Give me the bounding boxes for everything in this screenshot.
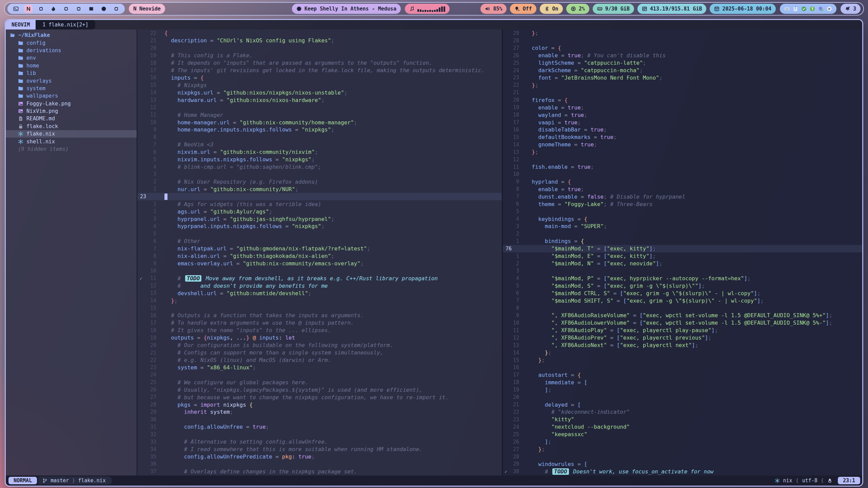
code-line[interactable]: 8 [503,304,862,312]
code-line[interactable]: 16 inputs = { [137,74,502,82]
code-line[interactable]: 19 outputs = {nixpkgs, ...} @ inputs: le… [137,334,502,342]
code-line[interactable]: 15 defaultBookmarks = true; [503,134,862,141]
code-line[interactable]: 1 bindings = { [503,238,862,245]
tray-key-icon[interactable] [810,6,815,12]
code-line[interactable]: 22{ [137,29,502,37]
code-line[interactable]: 2 "$mainMod, N" = ["exec, neovide"]; [503,260,862,267]
code-line[interactable]: 25 lightScheme = "catppuccin-latte"; [503,59,862,67]
workspace-1-terminal[interactable] [12,5,20,13]
code-line[interactable]: 4 keybindings = { [503,215,862,223]
code-line[interactable]: 27 }; [503,446,862,453]
code-line[interactable]: 18 wayland = true; [503,111,862,119]
code-line[interactable]: 18 # It gives the name "inputs" to the .… [137,327,502,334]
code-line[interactable]: 27 # but because we want to change the n… [137,393,502,401]
code-line[interactable]: 4 "$mainMod, P" = ["exec, hyprpicker --a… [503,274,862,282]
workspace-9-square[interactable] [112,5,120,13]
tree-item-derivations[interactable]: derivations [6,47,137,54]
code-line[interactable]: 14 nixpkgs.url = "github:nixos/nixpkgs/n… [137,89,502,96]
code-line[interactable]: 6 nixvim.url = "github:nix-community/nix… [137,148,502,156]
code-line[interactable]: 29 inherit system; [137,408,502,416]
tree-item-system[interactable]: system [6,85,137,92]
code-line[interactable]: 31 config.allowUnfree = true; [137,423,502,431]
code-line[interactable]: 1 nur.url = "github:nix-community/NUR"; [137,185,502,193]
code-line[interactable]: 23 font = "JetBrainsMono Nerd Font Mono"… [503,74,862,82]
code-line[interactable]: 20 # Our configuration is buildable on t… [137,342,502,349]
code-line[interactable]: 14 }; [503,349,862,357]
workspace-4-flame[interactable] [50,5,58,13]
code-line[interactable]: 24 "nextcloud --background" [503,423,862,431]
code-line[interactable]: 8 enable = true; [503,185,862,193]
code-line[interactable]: 10 ", XF86AudioLowerVolume" = ["exec, wp… [503,319,862,327]
code-line[interactable]: 22 # e.g. NixOS (linux) and MacOS (darwi… [137,357,502,364]
code-line[interactable]: 17 # The inputs' git revisions get locke… [137,67,502,74]
code-line[interactable]: 12 [137,104,502,111]
module-disk[interactable]: 413.19/915.81 GiB [637,4,707,14]
tray-keyboard-icon[interactable] [784,6,790,12]
code-line[interactable]: 12 # and doesn't provide any benefits fo… [137,282,502,289]
code-line-current[interactable]: 76 "$mainMod, T" = ["exec, kitty"]; [503,245,862,252]
code-line[interactable]: 19 enable = true; [503,104,862,111]
tree-item-config[interactable]: config [6,39,137,46]
tree-root[interactable]: ~/NixFlake [6,32,137,39]
workspace-6-square[interactable] [75,5,83,13]
code-line[interactable]: 10 home-manager.url = "github:nix-commun… [137,119,502,126]
tree-item-flake-lock[interactable]: flake.lock [6,123,137,130]
code-line[interactable]: 21 delayed = [ [503,401,862,408]
code-line[interactable]: 13 ", XF86AudioNext" = ["exec, playerctl… [503,342,862,349]
code-line[interactable]: 28 [503,37,862,44]
code-line[interactable]: 16 [503,364,862,371]
code-line[interactable]: 4 # blink-cmp.url = "github:saghen/blink… [137,163,502,171]
module-clock[interactable]: 2025-06-18 00:04 [710,4,776,14]
code-line[interactable]: 34 # I read somewhere that this is more … [137,446,502,453]
code-line[interactable]: 19 # This config is a Flake. [137,52,502,59]
code-line[interactable]: 21 # Configs can support more than a sin… [137,349,502,357]
code-line[interactable]: 20 [503,393,862,401]
tab-flake-nix[interactable]: 1 flake.nix[2+] [36,20,95,29]
code-line[interactable]: 27 color = { [503,44,862,52]
code-line[interactable]: 17 # To handle extra arguments we use th… [137,319,502,327]
code-line[interactable]: 2 # Nix User Repository (e.g. Firefox ad… [137,178,502,185]
code-line[interactable]: 15 # Nixpkgs [137,81,502,89]
code-line[interactable]: 7 dunst.enable = false; # Disable for hy… [503,193,862,200]
code-line[interactable]: 3 [503,267,862,275]
code-line[interactable]: 14 gnomeTheme = true; [503,141,862,148]
editor-pane-left[interactable]: 22{21 description = "ChUrl's NixOS confi… [137,29,502,475]
code-line[interactable]: 7 "$mainMod SHIFT, S" = ["exec, grim -g … [503,297,862,304]
code-line[interactable]: 28 [503,453,862,461]
editor-pane-right[interactable]: 29 };2827 color = {26 enable = true; # Y… [502,29,862,475]
code-line[interactable]: 13 devshell.url = "github:numtide/devshe… [137,289,502,297]
code-line[interactable]: 19 ]; [503,386,862,393]
code-line[interactable]: 8 [137,134,502,141]
tray-clipboard-icon[interactable] [793,6,798,12]
code-line[interactable]: ✓30 # TODO Doesn't work, use focus_on_ac… [503,468,862,475]
code-line[interactable]: 9 emacs-overlay.url = "github:nix-commun… [137,260,502,267]
code-line[interactable]: 9 ", XF86AudioRaiseVolume" = ["exec, wpc… [503,312,862,319]
code-line[interactable]: 21 description = "ChUrl's NixOS config u… [137,37,502,44]
tree-item-foggy-lake-png[interactable]: Foggy-Lake.png [6,100,137,107]
code-line[interactable]: 18 immediate = [ [503,379,862,386]
code-line[interactable]: 32 [137,431,502,438]
workspace-8-spotify[interactable] [100,5,108,13]
code-line[interactable]: 14 }; [137,297,502,304]
code-line[interactable]: 8 nix-alien.url = "github:thiagokokada/n… [137,252,502,260]
code-line[interactable]: 37 # Overlays define changes in the nixp… [137,468,502,475]
workspace-2-neovim[interactable] [24,5,33,13]
code-line[interactable]: 11 ", XF86AudioPlay" = ["exec, playerctl… [503,327,862,334]
code-line[interactable]: 20 [137,44,502,52]
code-line[interactable]: 24 darkScheme = "catppuccin-mocha"; [503,67,862,74]
code-line[interactable]: 22 # "kdeconnect-indicator" [503,408,862,416]
tree-item-overlays[interactable]: overlays [6,77,137,84]
module-volume[interactable]: 85% [480,4,507,14]
tree-item-flake-nix[interactable]: flake.nix [6,130,137,138]
code-line[interactable]: 17 vaapi = true; [503,119,862,126]
workspace-3-square[interactable] [37,5,45,13]
code-line[interactable]: 23 "kitty" [503,416,862,423]
code-line[interactable]: 29 windowrules = [ [503,460,862,468]
workspace-7-box[interactable] [87,5,95,13]
code-line[interactable]: 2 ags.url = "github:Aylur/ags"; [137,208,502,215]
tree-item-home[interactable]: home [6,62,137,69]
tree-item-env[interactable]: env [6,54,137,62]
code-line[interactable]: 26 ]; [503,438,862,446]
code-line[interactable]: 11 # Home Manager [137,111,502,119]
workspace-5-square[interactable] [62,5,70,13]
